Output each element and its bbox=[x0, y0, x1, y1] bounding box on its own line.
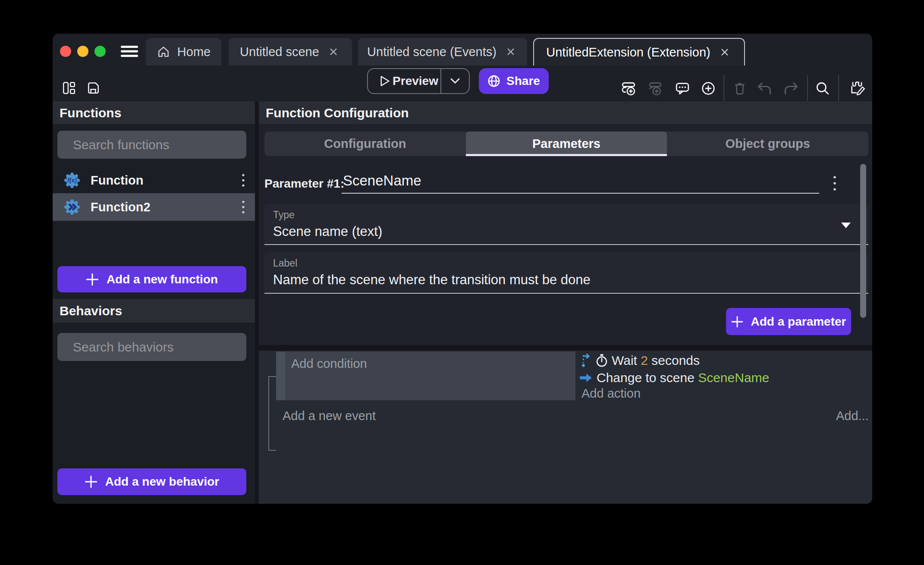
function-list-item-selected[interactable]: Function2 bbox=[53, 193, 255, 221]
tab-object-groups-label: Object groups bbox=[725, 137, 810, 151]
close-tab-icon[interactable] bbox=[717, 45, 732, 60]
parameter-name-underline bbox=[342, 193, 819, 194]
search-events-button[interactable] bbox=[815, 81, 830, 96]
search-functions-input[interactable] bbox=[72, 137, 240, 153]
window-close-button[interactable] bbox=[60, 46, 71, 57]
functions-header-label: Functions bbox=[60, 106, 121, 120]
tab-label: Home bbox=[177, 45, 211, 59]
plus-circle-icon bbox=[701, 81, 716, 96]
share-button[interactable]: Share bbox=[479, 68, 549, 94]
add-event-button[interactable] bbox=[621, 81, 636, 96]
layout-panels-icon bbox=[62, 81, 76, 95]
chevron-down-icon bbox=[450, 78, 460, 85]
share-label: Share bbox=[506, 74, 540, 88]
add-subevent-button[interactable] bbox=[647, 81, 662, 96]
add-action-link[interactable]: Add action bbox=[581, 386, 641, 401]
tab-untitled-scene-events[interactable]: Untitled scene (Events) bbox=[358, 38, 527, 66]
search-functions-box[interactable] bbox=[57, 131, 246, 159]
add-condition-link[interactable]: Add condition bbox=[291, 357, 367, 371]
search-behaviors-box[interactable] bbox=[57, 333, 246, 361]
scene-name-value: SceneName bbox=[698, 370, 769, 385]
parameter-name-input[interactable]: SceneName bbox=[343, 173, 421, 189]
choose-add-button[interactable] bbox=[701, 81, 716, 96]
undo-button[interactable] bbox=[757, 81, 772, 96]
preview-button[interactable]: Preview bbox=[367, 68, 470, 94]
tab-untitled-extension[interactable]: UntitledExtension (Extension) bbox=[533, 38, 745, 66]
event-conditions-area[interactable]: Add condition bbox=[285, 352, 575, 400]
event-drag-handle[interactable] bbox=[276, 352, 285, 400]
edit-extension-button[interactable] bbox=[849, 80, 865, 96]
add-new-event-link[interactable]: Add a new event bbox=[283, 409, 376, 423]
window-minimize-button[interactable] bbox=[77, 46, 88, 57]
comment-icon bbox=[675, 81, 690, 96]
function-configuration-header: Function Configuration bbox=[259, 101, 872, 124]
add-behavior-button[interactable]: Add a new behavior bbox=[57, 468, 246, 495]
action-row-wait[interactable]: Wait 2 seconds bbox=[580, 353, 700, 368]
parameter-number-label: Parameter #1: bbox=[264, 177, 344, 191]
tab-label: UntitledExtension (Extension) bbox=[546, 45, 710, 60]
add-subevent-icon bbox=[647, 81, 662, 96]
tab-label: Untitled scene (Events) bbox=[367, 45, 497, 59]
action-wait-text: Wait 2 seconds bbox=[612, 353, 700, 368]
function-menu-button[interactable] bbox=[241, 199, 245, 215]
function-name: Function2 bbox=[91, 200, 151, 214]
home-icon bbox=[157, 45, 170, 59]
add-function-label: Add a new function bbox=[107, 273, 218, 286]
parameter-type-select[interactable]: Type Scene name (text) bbox=[264, 204, 868, 245]
add-event-icon bbox=[621, 81, 636, 96]
trash-icon bbox=[732, 81, 747, 96]
functions-section-header: Functions bbox=[53, 101, 255, 124]
preview-label: Preview bbox=[390, 74, 440, 88]
wait-seconds-value: 2 bbox=[641, 353, 648, 367]
tab-home[interactable]: Home bbox=[146, 38, 221, 66]
dropdown-caret-icon bbox=[841, 222, 851, 229]
action-row-change-scene[interactable]: Change to scene SceneName bbox=[579, 370, 769, 385]
add-comment-button[interactable] bbox=[675, 81, 690, 96]
tab-object-groups[interactable]: Object groups bbox=[667, 132, 868, 156]
add-function-button[interactable]: Add a new function bbox=[57, 266, 246, 292]
plus-icon bbox=[85, 475, 97, 488]
search-behaviors-input[interactable] bbox=[72, 339, 240, 355]
behaviors-header-label: Behaviors bbox=[60, 304, 122, 318]
redo-icon bbox=[783, 81, 799, 96]
redo-button[interactable] bbox=[783, 81, 799, 96]
toolbar-divider bbox=[838, 75, 839, 101]
plus-icon bbox=[731, 316, 743, 328]
parameter-menu-button[interactable] bbox=[833, 174, 837, 192]
toolbar-divider bbox=[807, 75, 808, 101]
async-icon bbox=[580, 353, 592, 368]
add-more-link[interactable]: Add... bbox=[836, 409, 869, 423]
function-menu-button[interactable] bbox=[241, 173, 245, 188]
parameters-scrollbar[interactable] bbox=[860, 164, 866, 318]
change-scene-arrow-icon bbox=[579, 372, 592, 384]
main-menu-button[interactable] bbox=[120, 45, 139, 58]
open-panels-button[interactable] bbox=[62, 81, 76, 95]
three-dots-vertical-icon bbox=[241, 173, 245, 188]
gear-chevron-icon bbox=[64, 199, 80, 215]
type-field-label: Type bbox=[273, 209, 295, 221]
window-zoom-button[interactable] bbox=[94, 46, 106, 57]
plus-icon bbox=[86, 273, 99, 286]
tab-untitled-scene[interactable]: Untitled scene bbox=[229, 38, 352, 66]
screen: { "titlebar": { "tabs": [ {"label": "Hom… bbox=[0, 0, 924, 565]
add-parameter-button[interactable]: Add a parameter bbox=[726, 308, 851, 335]
event-indent-guide bbox=[268, 450, 276, 451]
function-configuration-title: Function Configuration bbox=[266, 106, 409, 120]
function-list-item[interactable]: f(x) Function bbox=[53, 167, 255, 193]
function-name: Function bbox=[91, 173, 143, 188]
panel-divider bbox=[259, 345, 872, 351]
delete-button[interactable] bbox=[732, 81, 747, 96]
preview-options-button[interactable] bbox=[441, 78, 469, 85]
search-icon bbox=[815, 81, 830, 96]
timer-icon bbox=[595, 354, 608, 367]
close-tab-icon[interactable] bbox=[326, 44, 341, 59]
parameter-label-field[interactable]: Label Name of the scene where the transi… bbox=[264, 252, 868, 294]
tab-parameters[interactable]: Parameters bbox=[466, 132, 667, 156]
gear-fx-icon: f(x) bbox=[64, 172, 80, 188]
globe-icon bbox=[487, 75, 500, 88]
fx-glyph: f(x) bbox=[67, 177, 77, 184]
tab-configuration[interactable]: Configuration bbox=[264, 132, 466, 156]
close-tab-icon[interactable] bbox=[503, 44, 518, 59]
tab-label: Untitled scene bbox=[240, 45, 319, 59]
save-button[interactable] bbox=[86, 81, 100, 95]
